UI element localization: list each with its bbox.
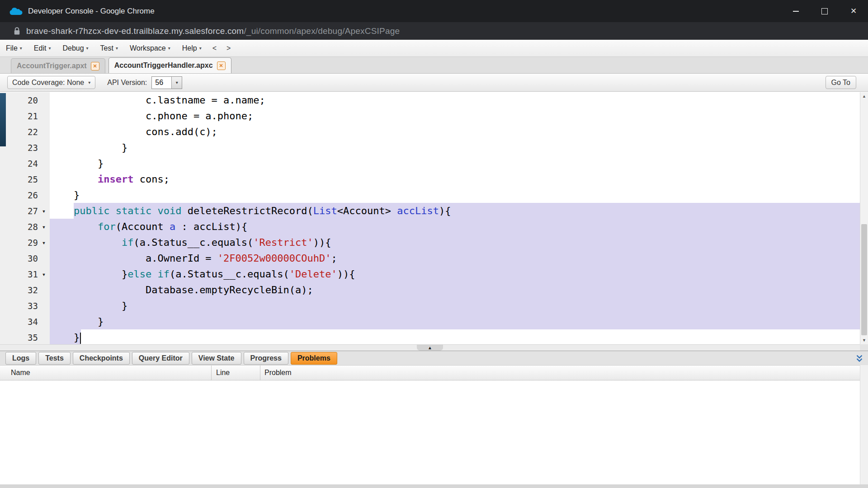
panel-scrollbar-track[interactable] [860, 365, 868, 484]
editor-horizontal-scrollbar[interactable]: ▲ [0, 344, 860, 351]
menu-edit[interactable]: Edit▾ [28, 40, 57, 56]
line-number[interactable]: 35 [0, 329, 50, 344]
code-indent [50, 266, 122, 282]
panel-tab-checkpoints[interactable]: Checkpoints [73, 352, 130, 365]
chevron-down-icon: ▾ [116, 46, 118, 51]
menu-test[interactable]: Test▾ [94, 40, 124, 56]
scroll-up-icon[interactable]: ▲ [860, 92, 868, 100]
code-editor[interactable]: 20 c.lastname = a.name;21 c.phone = a.ph… [0, 92, 860, 344]
line-number[interactable]: 28▾ [0, 219, 50, 235]
line-number[interactable]: 27▾ [0, 203, 50, 219]
code-line[interactable]: 26 } [0, 187, 860, 203]
line-number[interactable]: 21 [0, 108, 50, 124]
menu-debug-label: Debug [62, 44, 84, 52]
tab-accounttrigger[interactable]: AccountTrigger.apxt ✕ [11, 58, 105, 73]
nav-back-button[interactable]: < [208, 44, 222, 52]
panel-tab-view-state[interactable]: View State [192, 352, 241, 365]
line-number[interactable]: 29▾ [0, 235, 50, 250]
line-number[interactable]: 24 [0, 155, 50, 171]
line-number[interactable]: 33 [0, 298, 50, 314]
code-token: for [98, 221, 116, 232]
collapse-panel-icon[interactable] [854, 353, 864, 363]
code-coverage-label: Code Coverage: None [12, 79, 84, 87]
fold-caret-icon[interactable]: ▾ [38, 239, 50, 246]
fold-caret-icon[interactable]: ▾ [38, 223, 50, 230]
column-header-line[interactable]: Line [212, 366, 260, 380]
code-line[interactable]: 29▾ if(a.Status__c.equals('Restrict')){ [0, 235, 860, 250]
code-token: ; [331, 253, 337, 264]
panel-tab-problems[interactable]: Problems [291, 352, 337, 365]
nav-forward-button[interactable]: > [222, 44, 236, 52]
selection-fill [451, 203, 860, 219]
selection-fill [265, 92, 860, 108]
code-line[interactable]: 24 } [0, 155, 860, 171]
code-line[interactable]: 35 } [0, 329, 860, 344]
url-bar[interactable]: brave-shark-r7hzcx-dev-ed.trailblaze.my.… [0, 22, 868, 40]
code-text: public static void deleteRestrictRecord(… [74, 203, 451, 219]
line-number[interactable]: 30 [0, 250, 50, 266]
panel-resize-handle[interactable]: ▲ [417, 345, 443, 351]
code-line[interactable]: 34 } [0, 314, 860, 329]
minimize-button[interactable] [781, 0, 810, 22]
selection-fill [247, 219, 860, 235]
maximize-button[interactable] [810, 0, 839, 22]
code-line[interactable]: 32 Database.emptyRecycleBin(a); [0, 282, 860, 298]
tab-close-icon[interactable]: ✕ [91, 62, 99, 70]
code-line[interactable]: 30 a.OwnerId = '2F0052w00000COuhD'; [0, 250, 860, 266]
code-line[interactable]: 23 } [0, 140, 860, 155]
code-indent [50, 108, 146, 124]
panel-tab-logs[interactable]: Logs [5, 352, 36, 365]
code-text: c.lastname = a.name; [146, 92, 265, 108]
scroll-down-icon[interactable]: ▼ [860, 336, 868, 344]
line-number[interactable]: 32 [0, 282, 50, 298]
selection-fill [313, 282, 860, 298]
menu-help[interactable]: Help▾ [176, 40, 208, 56]
scrollbar-thumb[interactable] [861, 224, 867, 335]
tab-accounttriggerhandler[interactable]: AccountTriggerHandler.apxc ✕ [108, 57, 231, 73]
lock-icon[interactable] [14, 27, 20, 35]
code-line[interactable]: 28▾ for(Account a : accList){ [0, 219, 860, 235]
bottom-panel-tabs: Logs Tests Checkpoints Query Editor View… [0, 351, 868, 365]
tab-close-icon[interactable]: ✕ [217, 61, 226, 70]
close-button[interactable]: ✕ [839, 0, 868, 22]
fold-caret-icon[interactable]: ▾ [38, 271, 50, 278]
url-text[interactable]: brave-shark-r7hzcx-dev-ed.trailblaze.my.… [26, 26, 400, 36]
code-text: for(Account a : accList){ [98, 219, 247, 235]
panel-tab-query-editor[interactable]: Query Editor [132, 352, 189, 365]
panel-tab-progress[interactable]: Progress [244, 352, 288, 365]
url-path: /_ui/common/apex/debug/ApexCSIPage [244, 26, 400, 36]
menu-workspace[interactable]: Workspace▾ [124, 40, 176, 56]
code-coverage-dropdown[interactable]: Code Coverage: None ▾ [7, 76, 95, 89]
line-number[interactable]: 23 [0, 140, 50, 155]
selection-fill [170, 171, 860, 187]
window-controls: ✕ [781, 0, 868, 22]
code-line[interactable]: 33 } [0, 298, 860, 314]
code-token: 'Restrict' [253, 237, 313, 248]
line-number[interactable]: 34 [0, 314, 50, 329]
line-number[interactable]: 20 [0, 92, 50, 108]
chevron-down-icon[interactable]: ▾ [171, 77, 182, 89]
column-header-problem[interactable]: Problem [260, 366, 860, 380]
selection-fill [104, 314, 860, 329]
code-line[interactable]: 22 cons.add(c); [0, 124, 860, 140]
code-line[interactable]: 31▾ }else if(a.Status__c.equals('Delete'… [0, 266, 860, 282]
code-line[interactable]: 25 insert cons; [0, 171, 860, 187]
selection-fill [355, 266, 860, 282]
goto-button[interactable]: Go To [826, 76, 856, 89]
line-number[interactable]: 31▾ [0, 266, 50, 282]
menu-debug[interactable]: Debug▾ [57, 40, 94, 56]
line-number[interactable]: 26 [0, 187, 50, 203]
fold-caret-icon[interactable]: ▾ [38, 207, 50, 215]
code-token: )){ [337, 268, 355, 280]
editor-vertical-scrollbar[interactable]: ▲ ▼ [860, 92, 868, 344]
line-number[interactable]: 22 [0, 124, 50, 140]
api-version-select[interactable]: 56 ▾ [151, 76, 182, 89]
menu-file[interactable]: File▾ [0, 40, 28, 56]
code-line[interactable]: 27▾ public static void deleteRestrictRec… [0, 203, 860, 219]
code-line[interactable]: 20 c.lastname = a.name; [0, 92, 860, 108]
selection-fill [81, 329, 860, 344]
column-header-name[interactable]: Name [0, 366, 212, 380]
code-line[interactable]: 21 c.phone = a.phone; [0, 108, 860, 124]
panel-tab-tests[interactable]: Tests [38, 352, 71, 365]
line-number[interactable]: 25 [0, 171, 50, 187]
